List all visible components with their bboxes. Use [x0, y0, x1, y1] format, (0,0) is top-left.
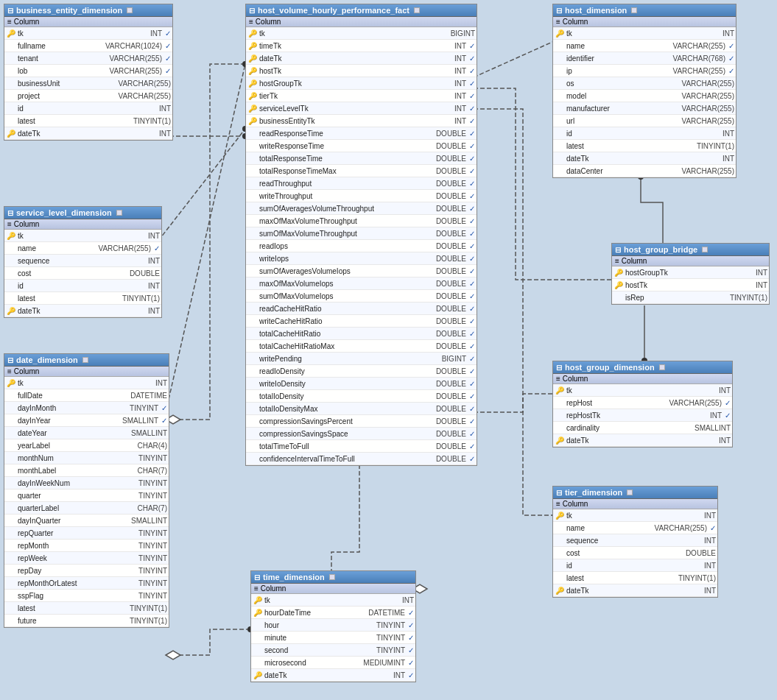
table-row[interactable]: tenant VARCHAR(255) ✓ — [4, 52, 172, 65]
table-row[interactable]: url VARCHAR(255) — [553, 115, 736, 127]
table-row[interactable]: id INT — [553, 559, 717, 572]
resize-handle-hd[interactable] — [631, 7, 637, 13]
table-row[interactable]: name VARCHAR(255) ✓ — [553, 522, 717, 534]
table-hvhpf[interactable]: ⊟ host_volume_hourly_performance_fact ≡ … — [245, 4, 477, 466]
table-row[interactable]: totalResponseTime DOUBLE ✓ — [246, 152, 477, 165]
table-row[interactable]: businessUnit VARCHAR(255) — [4, 77, 172, 90]
table-row[interactable]: totalCacheHitRatio DOUBLE ✓ — [246, 328, 477, 340]
table-date-dimension[interactable]: ⊟ date_dimension ≡ Column 🔑 tk INT fullD… — [4, 353, 169, 628]
table-row[interactable]: dayInWeekNum TINYINT — [4, 477, 169, 489]
table-row[interactable]: latest TINYINT(1) — [553, 140, 736, 152]
table-row[interactable]: writeThroughput DOUBLE ✓ — [246, 190, 477, 202]
table-row[interactable]: totalCacheHitRatioMax DOUBLE ✓ — [246, 340, 477, 353]
table-row[interactable]: monthLabel CHAR(7) — [4, 464, 169, 477]
table-row[interactable]: id INT — [4, 280, 161, 292]
table-row[interactable]: 🔑 hostTk INT — [612, 279, 769, 291]
table-row[interactable]: repDay TINYINT — [4, 565, 169, 577]
table-row[interactable]: minute TINYINT ✓ — [251, 632, 415, 644]
table-row[interactable]: latest TINYINT(1) — [4, 602, 169, 615]
table-row[interactable]: repMonth TINYINT — [4, 540, 169, 552]
table-row[interactable]: sumOfMaxVolumeThroughput DOUBLE ✓ — [246, 227, 477, 240]
table-host-group-dimension[interactable]: ⊟ host_group_dimension ≡ Column 🔑 tk INT… — [552, 361, 733, 448]
table-row[interactable]: yearLabel CHAR(4) — [4, 439, 169, 452]
table-row[interactable]: dataCenter VARCHAR(255) — [553, 165, 736, 177]
table-row[interactable]: 🔑 serviceLevelTk INT ✓ — [246, 102, 477, 115]
table-row[interactable]: hour TINYINT ✓ — [251, 619, 415, 632]
table-row[interactable]: sumOfMaxVolumeIops DOUBLE ✓ — [246, 290, 477, 303]
table-row[interactable]: repHostTk INT ✓ — [553, 409, 732, 422]
table-row[interactable]: 🔑 businessEntityTk INT ✓ — [246, 115, 477, 127]
table-row[interactable]: latest TINYINT(1) — [4, 115, 172, 127]
table-row[interactable]: second TINYINT ✓ — [251, 644, 415, 657]
table-host-dimension[interactable]: ⊟ host_dimension ≡ Column 🔑 tk INT name … — [552, 4, 736, 178]
resize-handle-sld[interactable] — [116, 210, 122, 216]
table-row[interactable]: 🔑 dateTk INT — [4, 305, 161, 317]
table-row[interactable]: model VARCHAR(255) — [553, 90, 736, 102]
table-row[interactable]: writePending BIGINT ✓ — [246, 353, 477, 365]
resize-handle-dd[interactable] — [82, 357, 88, 363]
table-row[interactable]: sequence INT — [4, 255, 161, 267]
table-row[interactable]: readResponseTime DOUBLE ✓ — [246, 127, 477, 140]
table-row[interactable]: writeIoDensity DOUBLE ✓ — [246, 378, 477, 390]
table-row[interactable]: name VARCHAR(255) ✓ — [553, 40, 736, 52]
table-row[interactable]: cost DOUBLE — [4, 267, 161, 280]
table-row[interactable]: manufacturer VARCHAR(255) — [553, 102, 736, 115]
table-row[interactable]: writeCacheHitRatio DOUBLE ✓ — [246, 315, 477, 328]
table-row[interactable]: readThroughput DOUBLE ✓ — [246, 177, 477, 190]
table-row[interactable]: sumOfAveragesVolumeIops DOUBLE ✓ — [246, 265, 477, 277]
table-row[interactable]: totalTimeToFull DOUBLE ✓ — [246, 440, 477, 453]
table-row[interactable]: 🔑 tierTk INT ✓ — [246, 90, 477, 102]
table-row[interactable]: dateYear SMALLINT — [4, 427, 169, 439]
table-row[interactable]: cardinality SMALLINT — [553, 422, 732, 434]
table-row[interactable]: 🔑 tk INT ✓ — [4, 27, 172, 40]
table-row[interactable]: 🔑 dateTk INT — [553, 584, 717, 597]
table-row[interactable]: compressionSavingsSpace DOUBLE ✓ — [246, 428, 477, 440]
table-row[interactable]: 🔑 tk BIGINT — [246, 27, 477, 40]
resize-handle-hgd[interactable] — [659, 364, 665, 370]
table-row[interactable]: monthNum TINYINT — [4, 452, 169, 464]
table-row[interactable]: 🔑 hourDateTime DATETIME ✓ — [251, 607, 415, 619]
table-row[interactable]: project VARCHAR(255) — [4, 90, 172, 102]
table-row[interactable]: totalIoDensityMax DOUBLE ✓ — [246, 403, 477, 415]
table-row[interactable]: 🔑 dateTk INT ✓ — [251, 669, 415, 682]
table-row[interactable]: dayInYear SMALLINT ✓ — [4, 414, 169, 427]
table-row[interactable]: id INT — [553, 127, 736, 140]
table-business-entity-dimension[interactable]: ⊟ business_entity_dimension ≡ Column 🔑 t… — [4, 4, 173, 141]
table-row[interactable]: compressionSavingsPercent DOUBLE ✓ — [246, 415, 477, 428]
table-time-dimension[interactable]: ⊟ time_dimension ≡ Column 🔑 tk INT 🔑 hou… — [250, 570, 416, 682]
table-row[interactable]: 🔑 timeTk INT ✓ — [246, 40, 477, 52]
table-row[interactable]: 🔑 dateTk INT — [4, 127, 172, 140]
table-row[interactable]: name VARCHAR(255) ✓ — [4, 242, 161, 255]
table-row[interactable]: repMonthOrLatest TINYINT — [4, 577, 169, 590]
table-row[interactable]: repQuarter TINYINT — [4, 527, 169, 540]
table-row[interactable]: cost DOUBLE — [553, 547, 717, 559]
table-row[interactable]: 🔑 tk INT — [553, 27, 736, 40]
table-row[interactable]: maxOfMaxVolumeThroughput DOUBLE ✓ — [246, 215, 477, 227]
table-row[interactable]: 🔑 tk INT — [4, 377, 169, 389]
table-row[interactable]: repWeek TINYINT — [4, 552, 169, 565]
table-row[interactable]: 🔑 hostTk INT ✓ — [246, 65, 477, 77]
table-host-group-bridge[interactable]: ⊟ host_group_bridge ≡ Column 🔑 hostGroup… — [611, 243, 770, 305]
table-row[interactable]: 🔑 hostGroupTk INT ✓ — [246, 77, 477, 90]
table-row[interactable]: sequence INT — [553, 534, 717, 547]
table-row[interactable]: isRep TINYINT(1) — [612, 291, 769, 304]
table-row[interactable]: 🔑 tk INT — [251, 594, 415, 607]
resize-handle-hvhpf[interactable] — [414, 7, 420, 13]
table-row[interactable]: lob VARCHAR(255) ✓ — [4, 65, 172, 77]
table-row[interactable]: quarter TINYINT — [4, 489, 169, 502]
resize-handle-td[interactable] — [329, 574, 335, 580]
resize-handle-tierd[interactable] — [627, 489, 633, 495]
table-row[interactable]: dayInMonth TINYINT ✓ — [4, 402, 169, 414]
table-row[interactable]: id INT — [4, 102, 172, 115]
table-row[interactable]: writeResponseTime DOUBLE ✓ — [246, 140, 477, 152]
table-row[interactable]: readCacheHitRatio DOUBLE ✓ — [246, 303, 477, 315]
table-row[interactable]: writeIops DOUBLE ✓ — [246, 252, 477, 265]
table-row[interactable]: 🔑 tk INT — [4, 230, 161, 242]
table-row[interactable]: maxOfMaxVolumeIops DOUBLE ✓ — [246, 277, 477, 290]
table-row[interactable]: identifier VARCHAR(768) ✓ — [553, 52, 736, 65]
resize-handle-bed[interactable] — [127, 7, 133, 13]
table-row[interactable]: 🔑 hostGroupTk INT — [612, 266, 769, 279]
table-row[interactable]: 🔑 dateTk INT ✓ — [246, 52, 477, 65]
table-row[interactable]: sumOfAveragesVolumeThroughput DOUBLE ✓ — [246, 202, 477, 215]
table-row[interactable]: 🔑 dateTk INT — [553, 434, 732, 447]
